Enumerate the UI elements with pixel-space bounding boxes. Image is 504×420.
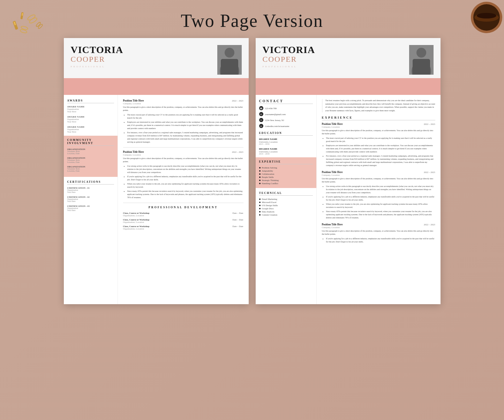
r2-bullet-3-1: If you're applying for a job in a differ… (326, 237, 435, 243)
phone-icon: ☎ (259, 106, 263, 110)
profile-photo (217, 45, 242, 75)
dot-icon (259, 170, 261, 172)
dot-icon (259, 214, 261, 216)
resume2-name-section: VICTORIA COOPER PROFESSIONAL (263, 45, 315, 68)
exp-bullets-1: The most crucial part of tailoring your … (123, 113, 243, 144)
exp-desc-1: Use this paragraph to give a short descr… (123, 106, 243, 112)
contact-linkedin: ⊕ Linkedin.com/in/usarname (259, 124, 313, 128)
prof-dev-date-3: Date – Date (232, 225, 243, 230)
dot-icon (259, 198, 261, 200)
resume-page-2: VICTORIA COOPER PROFESSIONAL (256, 38, 441, 304)
edu-item-2: DEGREE NAME University, Location 2014 – … (259, 148, 313, 155)
exp-header-2: Position Title Here 2022 – 2023 (123, 150, 243, 153)
prof-dev-left-1: Class, Course or Workshop Organization, … (123, 212, 150, 217)
resume2-exp-header-1: Position Title Here 2022 – 2023 (322, 122, 435, 126)
award-item-3: AWARD NAME Organization Year Here (67, 126, 114, 133)
community-title: COMMUNITY INVOLVMENT (67, 138, 114, 146)
photo-silhouette (217, 45, 242, 75)
dot-icon (259, 177, 261, 178)
linkedin-value: Linkedin.com/in/usarname (265, 125, 289, 127)
location-icon: in (259, 118, 263, 122)
technical-6: Content Creation (259, 213, 313, 216)
edu-degree-1: DEGREE NAME (259, 138, 313, 141)
resume2-exp-bullets-2: Use strong action verbs in this paragrap… (322, 185, 435, 219)
prof-dev-org-1: Organization, Location (123, 214, 150, 217)
technical-1: Email Marketing (259, 198, 313, 200)
svg-rect-21 (413, 59, 430, 75)
exp-bullet-2-2: If you're applying for a job in a differ… (127, 175, 243, 181)
svg-point-19 (416, 48, 426, 58)
exp-bullet-1-1: The most crucial part of tailoring your … (127, 113, 243, 120)
resumes-container: VICTORIA COOPER PROFESSIONAL (0, 38, 504, 318)
award-org-1: Organization (67, 108, 114, 110)
resume2-exp-desc-3: Use this paragraph to give a short descr… (322, 230, 435, 236)
resume1-header: VICTORIA COOPER PROFESSIONAL (64, 38, 249, 79)
resume2-exp-date-3: 2022 – 2023 (424, 223, 435, 226)
r2-bullet-2-1: Use strong action verbs in this paragrap… (326, 185, 435, 194)
resume2-last-name: COOPER (263, 55, 315, 64)
expertise-1: Problem Solving (259, 166, 313, 169)
cert-item-2: CERTIFICATION - #2 Organization Year Her… (67, 196, 114, 202)
award-label-3: AWARD NAME (67, 126, 114, 128)
prof-dev-left-2: Class, Course or Workshop Organization, … (123, 218, 150, 223)
resume2-exp-date-1: 2022 – 2023 (424, 123, 435, 125)
resume2-exp-title-2: Position Title Here (322, 171, 343, 174)
resume2-header: VICTORIA COOPER PROFESSIONAL (256, 38, 441, 79)
cert-label-1: CERTIFICATION - #1 (67, 187, 114, 189)
prof-dev-item-2: Class, Course or Workshop Organization, … (123, 218, 243, 223)
org-label-3: ORGANIZATION (67, 165, 114, 168)
technical-4: Google Docs (259, 207, 313, 210)
address-value: 1234 New Jersey, NJ (265, 119, 284, 121)
svg-rect-17 (221, 59, 238, 75)
edu-school-1: University, Location (259, 141, 313, 143)
resume2-exp-bullets-3: If you're applying for a job in a differ… (322, 237, 435, 243)
award-year-2: Year Here (67, 120, 114, 123)
resume2-exp-title-3: Position Title Here (322, 223, 343, 226)
org-label-1: ORGANIZATION (67, 148, 114, 150)
r2-bullet-2-3: When you tailor your resume to the job, … (326, 203, 435, 209)
resume2-pink-band (256, 79, 441, 95)
resume2-name-block: VICTORIA COOPER PROFESSIONAL (263, 45, 434, 75)
education-title: EDUCATION (259, 132, 313, 136)
resume2-body: CONTACT ☎ 123-456-789 ✉ yourname@gmail.c… (256, 95, 441, 304)
name-section: VICTORIA COOPER PROFESSIONAL (71, 45, 123, 68)
resume2-exp-desc-1: Use this paragraph to give a short descr… (322, 129, 435, 135)
prof-dev-left-3: Class, Course or Workshop Organization, … (123, 225, 150, 230)
award-label-1: AWARD NAME (67, 105, 114, 108)
resume2-exp-2: Position Title Here 2022 – 2023 Company,… (322, 171, 435, 219)
exp-company-2: Company, Location (123, 153, 243, 156)
resume2-right-col: The best resumes begin with a strong pit… (317, 95, 441, 304)
expertise-section: EXPERTISE Problem Solving Adaptability C… (256, 157, 316, 188)
edu-school-2: University, Location (259, 150, 313, 153)
cert-label-3: CERTIFICATION - #3 (67, 205, 114, 207)
resume1-right-col: Position Title Here 2022 – 2023 Company,… (118, 95, 249, 304)
edu-years-2: 2014 – 2018 (259, 153, 313, 155)
resume2-exp-title-1: Position Title Here (322, 122, 343, 126)
contact-address: in 1234 New Jersey, NJ (259, 118, 313, 122)
divider-2 (123, 203, 243, 203)
award-year-1: Year Here (67, 110, 114, 113)
exp-title-2: Position Title Here (123, 150, 144, 153)
award-org-3: Organization (67, 128, 114, 130)
org-label-2: ORGANIZATION (67, 157, 114, 159)
org-item-1: ORGANIZATION Volunteer Role Location, Da… (67, 148, 114, 155)
resume2-exp-title: EXPERIENCE (322, 116, 435, 120)
org-loc-2: Location, Date (67, 161, 114, 163)
prof-dev-item-3: Class, Course or Workshop Organization, … (123, 225, 243, 230)
expertise-5: Strategic Thinking (259, 179, 313, 181)
exp-bullet-1-3: For instance, over a four-year period as… (127, 131, 243, 144)
resume2-exp-company-1: Company, Location (322, 126, 435, 128)
exp-header-1: Position Title Here 2022 – 2023 (123, 99, 243, 102)
resume2-exp-company-2: Company, Location (322, 174, 435, 176)
resume2-exp-header-2: Position Title Here 2022 – 2023 (322, 171, 435, 174)
org-item-2: ORGANIZATION Volunteer Role Location, Da… (67, 157, 114, 163)
exp-company-1: Company, Location (123, 102, 243, 105)
resume2-exp-date-2: 2022 – 2023 (424, 171, 435, 173)
r2-bullet-2-2: If you're applying for a job in a differ… (326, 195, 435, 202)
dot-icon (259, 183, 261, 184)
exp-bullets-2: Use strong action verbs in this paragrap… (123, 165, 243, 199)
certifications-title: CERTIFICATIONS (67, 180, 114, 185)
expertise-3: Collaboration (259, 173, 313, 175)
cert-item-1: CERTIFICATION - #1 Organization Year Her… (67, 187, 114, 193)
resume2-professional: PROFESSIONAL (263, 65, 315, 68)
